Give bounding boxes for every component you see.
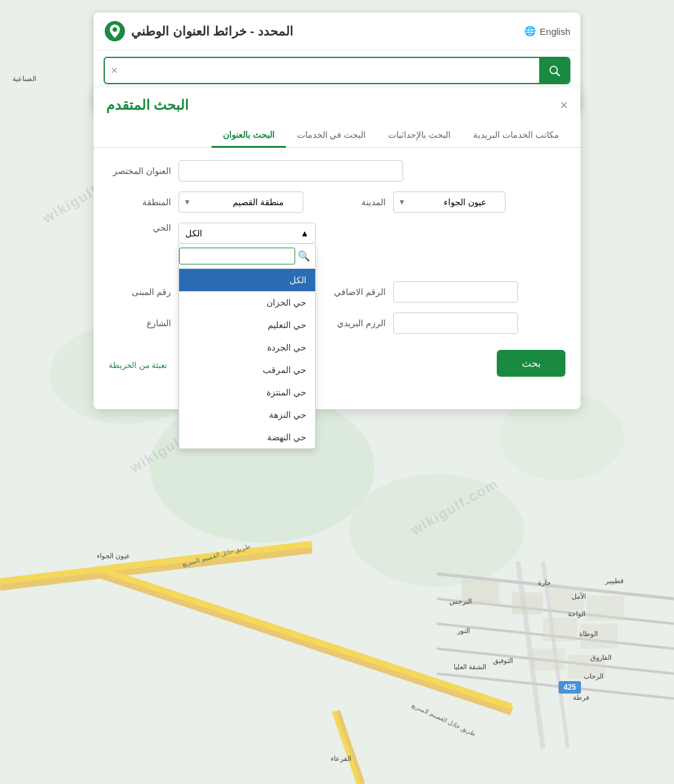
search-submit-button[interactable]: بحث — [497, 350, 565, 377]
top-bar: 🌐 English المحدد - خرائط العنوان الوطني — [94, 12, 580, 51]
dropdown-item-taalim[interactable]: حي التعليم — [179, 314, 315, 336]
tab-postal-offices[interactable]: مكاتب الخدمات البريدية — [462, 123, 570, 148]
fill-from-map-link[interactable]: تعبئة من الخريطة — [109, 361, 167, 370]
region-select-wrapper: منطقة القصيم ▼ — [178, 191, 303, 213]
additional-code-input[interactable] — [393, 281, 518, 302]
svg-rect-22 — [543, 617, 577, 641]
short-address-row: العنوان المختصر — [109, 160, 565, 181]
svg-point-2 — [349, 474, 524, 586]
dropdown-search-input[interactable] — [179, 248, 295, 264]
search-bar: × — [104, 57, 570, 84]
building-additional-row: الرقم الاضافي رقم المبنى — [109, 281, 565, 302]
short-address-label: العنوان المختصر — [109, 166, 171, 176]
svg-rect-19 — [512, 593, 543, 614]
app-title-text: المحدد - خرائط العنوان الوطني — [131, 24, 293, 39]
dropdown-item-jarda[interactable]: حي الجردة — [179, 336, 315, 359]
advanced-search-panel: × البحث المتقدم مكاتب الخدمات البريدية ا… — [94, 87, 580, 409]
tab-events[interactable]: البحث بالإحداثيات — [377, 123, 462, 148]
road-shield-425: 425 — [559, 681, 581, 694]
svg-rect-21 — [587, 596, 624, 621]
svg-rect-25 — [568, 655, 605, 679]
svg-rect-23 — [580, 624, 618, 649]
neighborhood-dropdown-trigger[interactable]: ▲ الكل — [178, 223, 316, 244]
dropdown-arrow-up: ▲ — [300, 228, 309, 238]
panel-title: البحث المتقدم — [106, 97, 188, 114]
region-city-row: عيون الجواء ▼ المدينة منطقة القصيم ▼ الم… — [109, 191, 565, 213]
neighborhood-label: الحي — [109, 223, 171, 233]
search-icon — [548, 64, 560, 77]
building-no-label: رقم المبنى — [109, 287, 171, 297]
dropdown-item-nahda[interactable]: حي النهضة — [179, 426, 315, 448]
dropdown-search-icon: 🔍 — [298, 250, 310, 262]
svg-rect-20 — [549, 586, 584, 610]
dropdown-search-area: 🔍 — [179, 244, 315, 269]
neighborhood-dropdown-list: 🔍 الكل حي الخزان حي التعليم حي الجردة حي… — [178, 244, 316, 449]
neighborhood-dropdown-container: ▲ الكل 🔍 الكل حي الخزان حي التعليم حي ال… — [178, 223, 316, 244]
dropdown-item-maraqib[interactable]: حي المرقب — [179, 359, 315, 381]
city-label: المدينة — [323, 197, 386, 207]
dropdown-item-khazzan[interactable]: حي الخزان — [179, 291, 315, 314]
postal-code-label: الرزم البريدي — [323, 318, 386, 328]
dropdown-item-nuzha[interactable]: حي النزهة — [179, 404, 315, 426]
globe-icon: 🌐 — [524, 26, 536, 37]
short-address-input[interactable] — [178, 160, 403, 181]
language-label: English — [540, 26, 570, 37]
tab-address[interactable]: البحث بالعنوان — [212, 123, 286, 148]
neighborhood-selected-value: الكل — [185, 228, 202, 238]
form-area: العنوان المختصر عيون الجواء ▼ المدينة من… — [94, 148, 580, 409]
street-postal-row: الرزم البريدي الشارع — [109, 312, 565, 334]
search-button[interactable] — [539, 58, 569, 83]
search-input[interactable] — [124, 59, 539, 82]
postal-code-input[interactable] — [393, 312, 518, 334]
clear-search-button[interactable]: × — [105, 64, 124, 77]
street-label: الشارع — [109, 318, 171, 328]
svg-rect-24 — [530, 649, 565, 670]
app-logo-icon — [104, 20, 126, 42]
dropdown-item-muntaza[interactable]: حي المنتزة — [179, 381, 315, 404]
language-selector[interactable]: 🌐 English — [524, 26, 570, 37]
additional-code-label: الرقم الاضافي — [323, 287, 386, 297]
close-panel-button[interactable]: × — [560, 99, 568, 112]
panel-header: × البحث المتقدم — [94, 87, 580, 123]
svg-point-27 — [112, 27, 117, 32]
city-select-wrapper: عيون الجواء ▼ — [393, 191, 506, 213]
svg-rect-18 — [462, 580, 499, 605]
region-select[interactable]: منطقة القصيم — [178, 191, 303, 213]
neighborhood-row: ▲ الكل 🔍 الكل حي الخزان حي التعليم حي ال… — [109, 223, 565, 244]
tab-services[interactable]: البحث في الخدمات — [286, 123, 378, 148]
tabs-container: مكاتب الخدمات البريدية البحث بالإحداثيات… — [94, 123, 580, 148]
svg-line-29 — [557, 73, 560, 76]
app-title-area: المحدد - خرائط العنوان الوطني — [104, 20, 293, 42]
dropdown-item-all[interactable]: الكل — [179, 269, 315, 291]
city-select[interactable]: عيون الجواء — [393, 191, 506, 213]
action-row: بحث تعبئة من الخريطة — [109, 344, 565, 387]
region-label: المنطقة — [109, 197, 171, 207]
